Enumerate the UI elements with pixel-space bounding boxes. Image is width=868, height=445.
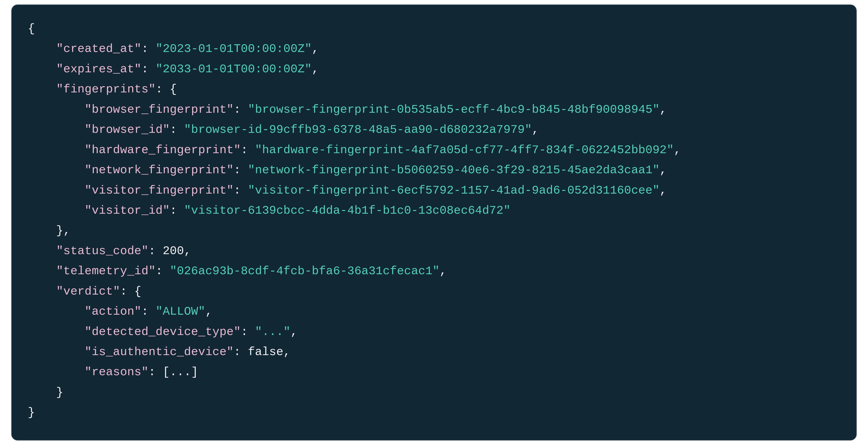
json-code-block: { "created_at": "2023-01-01T00:00:00Z", … <box>11 4 857 441</box>
json-code: { "created_at": "2023-01-01T00:00:00Z", … <box>28 19 840 423</box>
